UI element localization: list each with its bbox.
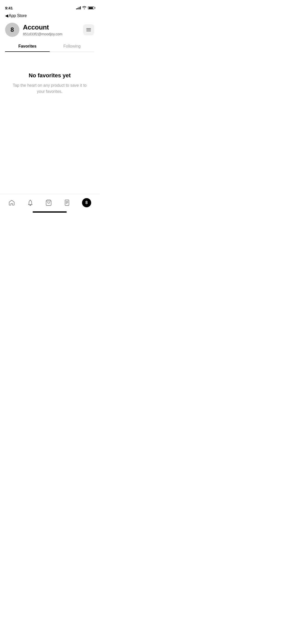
signal-icon (76, 6, 81, 9)
back-label: App Store (9, 13, 27, 18)
menu-line-2 (86, 30, 91, 30)
wifi-icon (82, 6, 86, 10)
empty-subtitle: Tap the heart on any product to save it … (10, 82, 89, 95)
cart-icon (45, 199, 52, 206)
battery-icon (88, 6, 94, 9)
bottom-tab-cart[interactable] (43, 198, 55, 207)
bottom-tab-bar: 8 (0, 194, 99, 215)
bottom-tabs: 8 (0, 196, 99, 210)
home-icon (8, 199, 15, 206)
account-tab-badge: 8 (82, 198, 91, 207)
account-email: 851d33f2@moodjoy.com (23, 32, 62, 36)
tabs-container: Favorites Following (5, 41, 94, 52)
empty-title: No favorites yet (29, 72, 71, 79)
back-navigation[interactable]: ◀ App Store (0, 12, 99, 20)
status-time: 9:41 (5, 6, 13, 10)
svg-rect-2 (65, 200, 69, 206)
bottom-tab-notifications[interactable] (24, 198, 36, 207)
status-bar: 9:41 (0, 0, 99, 12)
account-details: Account 851d33f2@moodjoy.com (23, 23, 62, 36)
menu-line-3 (86, 31, 91, 31)
bottom-tab-home[interactable] (6, 198, 18, 207)
home-indicator (33, 211, 67, 213)
account-info-section: 8 Account 851d33f2@moodjoy.com (5, 23, 62, 37)
menu-button[interactable] (83, 24, 94, 35)
status-icons (76, 6, 94, 10)
bottom-tab-account[interactable]: 8 (79, 197, 94, 208)
bell-icon (27, 199, 34, 206)
orders-icon (63, 199, 71, 206)
empty-state: No favorites yet Tap the heart on any pr… (0, 52, 99, 105)
back-arrow-icon: ◀ (5, 13, 8, 18)
avatar: 8 (5, 23, 19, 37)
account-name: Account (23, 23, 62, 31)
tab-favorites[interactable]: Favorites (5, 41, 50, 52)
menu-line-1 (86, 28, 91, 29)
account-header: 8 Account 851d33f2@moodjoy.com (0, 20, 99, 41)
tab-following[interactable]: Following (50, 41, 94, 52)
bottom-tab-orders[interactable] (61, 198, 73, 207)
